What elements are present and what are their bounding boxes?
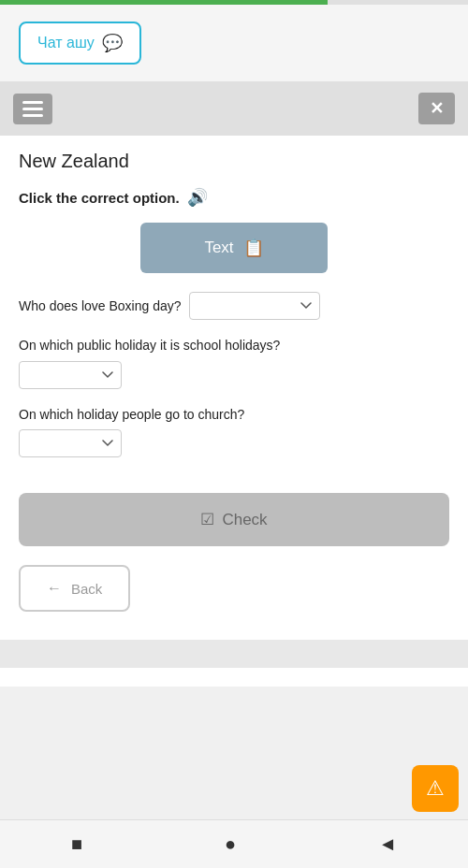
nav-triangle-icon[interactable]: ◄ xyxy=(378,833,397,855)
question-3-text: On which holiday people go to church? xyxy=(19,406,449,425)
question-row-1: Who does love Boxing day? xyxy=(19,292,449,320)
android-nav-bar: ■ ● ◄ xyxy=(0,819,468,868)
check-container: ☑ Check xyxy=(0,474,468,565)
close-button[interactable]: ✕ xyxy=(418,93,455,124)
warning-icon: ⚠ xyxy=(426,776,445,801)
question-row-3: On which holiday people go to church? xyxy=(19,406,449,458)
question-1-inline: Who does love Boxing day? xyxy=(19,292,449,320)
menu-bar-2 xyxy=(22,108,43,110)
back-label: Back xyxy=(71,581,102,597)
main-container: ✕ New Zealand Click the correct option. … xyxy=(0,81,468,687)
warning-button[interactable]: ⚠ xyxy=(412,765,459,812)
menu-bar-1 xyxy=(22,101,43,104)
menu-bar-3 xyxy=(22,114,43,117)
nav-circle-icon[interactable]: ● xyxy=(225,833,236,855)
text-button-label: Text xyxy=(204,239,233,257)
back-container: ← Back xyxy=(0,565,468,630)
chat-icon: 💬 xyxy=(102,33,123,53)
check-label: Check xyxy=(222,511,267,529)
sound-icon[interactable]: 🔊 xyxy=(187,187,208,208)
question-2-text: On which public holiday it is school hol… xyxy=(19,337,449,355)
question-2-dropdown[interactable] xyxy=(19,361,122,389)
instructions-text: Click the correct option. xyxy=(19,190,180,206)
chat-label: Чат ашу xyxy=(37,35,95,51)
nav-square-icon[interactable]: ■ xyxy=(71,833,82,855)
text-button[interactable]: Text 📋 xyxy=(140,223,328,273)
back-arrow-icon: ← xyxy=(47,580,62,597)
chat-area: Чат ашу 💬 xyxy=(0,5,468,81)
check-icon: ☑ xyxy=(200,510,214,529)
bottom-gray-area xyxy=(0,640,468,668)
book-icon: 📋 xyxy=(243,238,264,258)
text-button-container: Text 📋 xyxy=(0,223,468,292)
toolbar: ✕ xyxy=(0,81,468,136)
check-button[interactable]: ☑ Check xyxy=(19,493,449,546)
question-1-text: Who does love Boxing day? xyxy=(19,298,182,313)
chat-button[interactable]: Чат ашу 💬 xyxy=(19,22,141,65)
question-row-2: On which public holiday it is school hol… xyxy=(19,337,449,389)
question-3-dropdown[interactable] xyxy=(19,429,122,457)
questions-section: Who does love Boxing day? On which publi… xyxy=(0,292,468,457)
instructions-row: Click the correct option. 🔊 xyxy=(0,180,468,223)
back-button[interactable]: ← Back xyxy=(19,565,130,612)
page-title: New Zealand xyxy=(0,136,468,180)
question-1-dropdown[interactable] xyxy=(189,292,320,320)
menu-button[interactable] xyxy=(13,94,52,124)
